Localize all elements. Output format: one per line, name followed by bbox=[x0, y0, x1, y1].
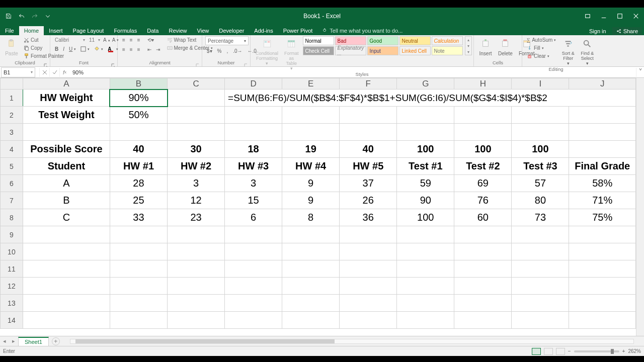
col-header-J[interactable]: J bbox=[569, 78, 636, 89]
col-header-I[interactable]: I bbox=[512, 78, 569, 89]
zoom-in-icon[interactable]: + bbox=[622, 348, 625, 354]
row-header-7[interactable]: 7 bbox=[1, 192, 23, 209]
alignment-launcher-icon[interactable] bbox=[196, 60, 201, 65]
font-size-select[interactable]: 11▾ bbox=[88, 36, 102, 44]
row-header-12[interactable]: 12 bbox=[1, 278, 23, 295]
col-header-H[interactable]: H bbox=[454, 78, 512, 89]
cell-A8[interactable]: C bbox=[23, 209, 110, 226]
save-icon[interactable] bbox=[3, 11, 14, 22]
cell-F6[interactable]: 37 bbox=[340, 175, 397, 192]
style-gallery[interactable]: Normal Bad Good Neutral Calculation Chec… bbox=[303, 36, 464, 55]
vertical-scrollbar[interactable] bbox=[636, 78, 644, 336]
new-sheet-button[interactable]: + bbox=[52, 337, 60, 345]
format-as-table-button[interactable]: Format asTable ▾ bbox=[282, 36, 301, 71]
tab-view[interactable]: View bbox=[192, 26, 214, 35]
row-header-9[interactable]: 9 bbox=[1, 226, 23, 243]
sheet-tab-sheet1[interactable]: Sheet1 bbox=[18, 337, 49, 346]
cell-J5[interactable]: Final Grade bbox=[569, 158, 636, 175]
decrease-indent-icon[interactable]: ⇤ bbox=[146, 46, 153, 53]
cell-H6[interactable]: 69 bbox=[454, 175, 512, 192]
col-header-C[interactable]: C bbox=[168, 78, 225, 89]
font-launcher-icon[interactable] bbox=[111, 60, 116, 65]
increase-decimal-icon[interactable]: .0→ bbox=[231, 47, 244, 55]
row-header-13[interactable]: 13 bbox=[1, 295, 23, 312]
sort-filter-button[interactable]: Sort &Filter ▾ bbox=[559, 36, 577, 66]
gallery-down-icon[interactable]: ▾ bbox=[465, 43, 471, 49]
tab-formulas[interactable]: Formulas bbox=[109, 26, 142, 35]
style-gallery-scroll[interactable]: ▴ ▾ ▾ bbox=[465, 36, 472, 55]
cell-E8[interactable]: 8 bbox=[282, 209, 340, 226]
align-bottom-icon[interactable]: ≡ bbox=[136, 36, 142, 44]
style-neutral[interactable]: Neutral bbox=[399, 36, 431, 45]
col-header-A[interactable]: A bbox=[23, 78, 110, 89]
row-header-1[interactable]: 1 bbox=[1, 89, 23, 107]
cell-E4[interactable]: 19 bbox=[282, 141, 340, 158]
name-box[interactable]: B1 ▾ bbox=[1, 67, 35, 77]
zoom-level[interactable]: 262% bbox=[628, 348, 641, 354]
row-header-4[interactable]: 4 bbox=[1, 141, 23, 158]
increase-indent-icon[interactable]: ⇥ bbox=[154, 46, 162, 53]
tab-addins[interactable]: Add-ins bbox=[249, 26, 278, 35]
style-explanatory[interactable]: Explanatory ... bbox=[335, 46, 366, 55]
cell-I6[interactable]: 57 bbox=[512, 175, 569, 192]
cell-H5[interactable]: Test #2 bbox=[454, 158, 512, 175]
tab-page-layout[interactable]: Page Layout bbox=[68, 26, 109, 35]
style-good[interactable]: Good bbox=[367, 36, 398, 45]
col-header-G[interactable]: G bbox=[397, 78, 454, 89]
align-middle-icon[interactable]: ≡ bbox=[128, 36, 134, 44]
sheet-nav-next-icon[interactable]: ▸ bbox=[10, 338, 17, 345]
cell-H7[interactable]: 76 bbox=[454, 192, 512, 209]
undo-icon[interactable] bbox=[16, 11, 27, 22]
share-button[interactable]: Share bbox=[612, 27, 642, 35]
underline-button[interactable]: U▾ bbox=[67, 45, 77, 53]
percent-format-icon[interactable]: % bbox=[216, 47, 223, 55]
cell-I4[interactable]: 100 bbox=[512, 141, 569, 158]
sign-in-button[interactable]: Sign in bbox=[585, 27, 610, 35]
insert-cells-button[interactable]: Insert bbox=[477, 36, 494, 56]
cell-G6[interactable]: 59 bbox=[397, 175, 454, 192]
minimize-icon[interactable] bbox=[596, 10, 612, 22]
autosum-button[interactable]: ∑ AutoSum ▾ bbox=[525, 36, 557, 44]
cell-B5[interactable]: HW #1 bbox=[110, 158, 167, 175]
cell-J4[interactable] bbox=[569, 141, 636, 158]
cell-A4[interactable]: Possible Score bbox=[23, 141, 110, 158]
col-header-F[interactable]: F bbox=[340, 78, 397, 89]
confirm-edit-icon[interactable] bbox=[49, 68, 59, 77]
accounting-format-icon[interactable]: $▾ bbox=[205, 47, 214, 55]
cell-A7[interactable]: B bbox=[23, 192, 110, 209]
cell-G5[interactable]: Test #1 bbox=[397, 158, 454, 175]
cell-B2[interactable]: 50% bbox=[110, 107, 167, 124]
bold-button[interactable]: B bbox=[53, 45, 60, 53]
worksheet-grid[interactable]: A B C D E F G H I J 1 HW Weight 90% =SUM… bbox=[0, 78, 636, 336]
zoom-out-icon[interactable]: − bbox=[568, 348, 571, 354]
cell-D5[interactable]: HW #3 bbox=[225, 158, 282, 175]
cell-J6[interactable]: 58% bbox=[569, 175, 636, 192]
horizontal-scrollbar[interactable] bbox=[70, 339, 634, 344]
cell-D7[interactable]: 15 bbox=[225, 192, 282, 209]
tab-insert[interactable]: Insert bbox=[44, 26, 68, 35]
cell-H4[interactable]: 100 bbox=[454, 141, 512, 158]
cell-D1-formula-overlay[interactable]: =SUM(B6:F6)/SUM($B$4:$F$4)*$B$1+SUM(G6:I… bbox=[225, 89, 636, 107]
cell-F7[interactable]: 26 bbox=[340, 192, 397, 209]
cell-C1[interactable] bbox=[168, 89, 225, 107]
cell-D4[interactable]: 18 bbox=[225, 141, 282, 158]
col-header-E[interactable]: E bbox=[282, 78, 340, 89]
align-right-icon[interactable]: ≡ bbox=[136, 46, 142, 53]
qat-customize-icon[interactable] bbox=[42, 11, 53, 22]
cell-C7[interactable]: 12 bbox=[168, 192, 225, 209]
number-format-select[interactable]: Percentage▾ bbox=[205, 36, 249, 45]
formula-bar-expand-icon[interactable]: ˅ bbox=[636, 68, 644, 77]
cell-I5[interactable]: Test #3 bbox=[512, 158, 569, 175]
tab-home[interactable]: Home bbox=[19, 26, 44, 35]
tab-data[interactable]: Data bbox=[142, 26, 164, 35]
maximize-icon[interactable] bbox=[612, 10, 628, 22]
cell-C5[interactable]: HW #2 bbox=[168, 158, 225, 175]
row-header-2[interactable]: 2 bbox=[1, 107, 23, 124]
row-header-14[interactable]: 14 bbox=[1, 312, 23, 329]
cell-B6[interactable]: 28 bbox=[110, 175, 167, 192]
cell-F4[interactable]: 40 bbox=[340, 141, 397, 158]
fill-color-button[interactable]: ▾ bbox=[93, 45, 105, 53]
cell-E7[interactable]: 9 bbox=[282, 192, 340, 209]
font-name-select[interactable]: Calibri▾ bbox=[53, 36, 87, 44]
cell-J8[interactable]: 75% bbox=[569, 209, 636, 226]
